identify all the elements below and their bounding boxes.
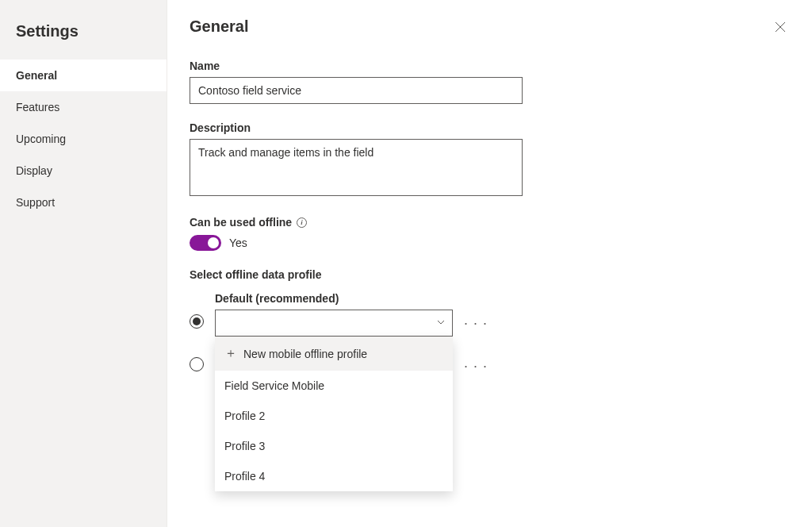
dropdown-option-new[interactable]: ＋ New mobile offline profile	[215, 337, 453, 371]
profile-dropdown[interactable]	[215, 310, 453, 337]
description-input[interactable]: Track and manage items in the field	[190, 139, 523, 196]
offline-toggle-text: Yes	[229, 237, 247, 249]
sidebar-item-support[interactable]: Support	[0, 187, 167, 218]
sidebar-item-features[interactable]: Features	[0, 91, 167, 123]
page-title: General	[190, 17, 790, 36]
radio-alt[interactable]	[190, 357, 204, 371]
sidebar-item-general[interactable]: General	[0, 60, 167, 91]
offline-field-group: Can be used offline i Yes	[190, 216, 790, 251]
offline-label: Can be used offline i	[190, 216, 790, 229]
description-field-group: Description Track and manage items in th…	[190, 121, 790, 198]
offline-label-text: Can be used offline	[190, 216, 292, 229]
info-icon[interactable]: i	[297, 217, 307, 228]
name-input[interactable]	[190, 77, 523, 104]
more-button-alt[interactable]: · · ·	[464, 359, 488, 373]
name-label: Name	[190, 60, 790, 72]
dropdown-option-new-label: New mobile offline profile	[243, 348, 367, 360]
radio-default[interactable]	[190, 314, 204, 329]
settings-sidebar: Settings General Features Upcoming Displ…	[0, 0, 167, 527]
profile-default-row: Default (recommended) ＋ New mobile offli…	[190, 292, 790, 337]
more-button-default[interactable]: · · ·	[464, 316, 488, 330]
description-label: Description	[190, 121, 790, 134]
toggle-knob	[208, 237, 219, 248]
main-panel: General Name Description Track and manag…	[167, 0, 812, 527]
dropdown-option-profile2[interactable]: Profile 2	[215, 401, 453, 431]
sidebar-title: Settings	[0, 14, 167, 60]
plus-icon: ＋	[224, 345, 237, 362]
profile-section-label: Select offline data profile	[190, 268, 790, 281]
profile-dropdown-menu: ＋ New mobile offline profile Field Servi…	[215, 337, 453, 491]
sidebar-item-upcoming[interactable]: Upcoming	[0, 123, 167, 155]
close-button[interactable]	[771, 17, 790, 37]
dropdown-option-profile4[interactable]: Profile 4	[215, 461, 453, 491]
sidebar-item-display[interactable]: Display	[0, 155, 167, 187]
default-label: Default (recommended)	[215, 292, 453, 305]
name-field-group: Name	[190, 60, 790, 104]
close-icon	[775, 21, 786, 33]
dropdown-option-field-service[interactable]: Field Service Mobile	[215, 371, 453, 401]
chevron-down-icon	[436, 317, 446, 329]
dropdown-option-profile3[interactable]: Profile 3	[215, 431, 453, 461]
offline-toggle[interactable]	[190, 235, 221, 251]
